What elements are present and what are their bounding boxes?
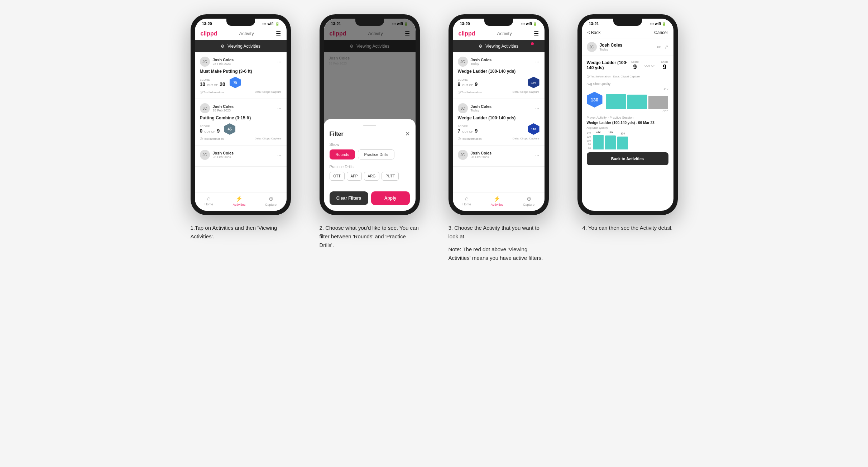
session-bar-3: 124	[617, 137, 628, 149]
session-bar-1: 132	[593, 135, 604, 149]
user-detail-name: Josh Coles	[600, 43, 654, 48]
drill-ott[interactable]: OTT	[330, 172, 345, 181]
nav-activities-3[interactable]: ⚡ Activities	[491, 195, 504, 206]
wifi-icon-1: wifi	[268, 22, 274, 26]
detail-content: Wedge Ladder (100-140 yds) Score 9 OUT O…	[582, 56, 673, 170]
expand-icon[interactable]: ⤢	[664, 44, 668, 50]
show-label: Show	[330, 142, 410, 147]
viewing-activities-bar-1[interactable]: ⚙ Viewing Activities	[195, 40, 287, 52]
practice-drills-label: Practice Drills	[330, 165, 410, 169]
score-1-2: 0	[200, 128, 203, 134]
nav-capture-label-1: Capture	[265, 203, 277, 206]
cancel-button[interactable]: Cancel	[654, 30, 667, 35]
nav-capture-1[interactable]: ⊕ Capture	[265, 195, 277, 206]
time-3: 13:20	[460, 22, 470, 26]
caption-1: 1.Tap on Activities and then 'Viewing Ac…	[191, 224, 291, 241]
activity-card-3-1[interactable]: JC Josh Coles Today ··· Wedge Ladder (10…	[453, 52, 545, 99]
nav-activities-1[interactable]: ⚡ Activities	[233, 195, 246, 206]
avatar-1-2: JC	[200, 103, 210, 113]
app-title-3: Activity	[497, 31, 512, 36]
app-title-1: Activity	[239, 31, 254, 36]
step1-container: 13:20 ▪▪▪ wifi 🔋 clippd Activity ☰ ⚙	[183, 14, 298, 241]
shots-1-1: 20	[220, 81, 225, 87]
caption-text-2: 2. Choose what you'd like to see. You ca…	[320, 224, 420, 249]
footer-right-1-2: Data: Clippd Capture	[255, 137, 282, 141]
menu-icon-3[interactable]: ☰	[534, 30, 539, 37]
step3-container: 13:20 ▪▪▪ wifi 🔋 clippd Activity ☰ ⚙ Vie…	[441, 14, 556, 262]
quality-badge-1-2: 45	[224, 123, 235, 135]
drill-arg[interactable]: ARG	[364, 172, 380, 181]
avatar-3-1: JC	[458, 57, 468, 67]
drill-pills-row: OTT APP ARG PUTT	[330, 172, 410, 181]
modal-handle	[363, 125, 376, 126]
caption-text-3b: Note: The red dot above 'Viewing Activit…	[449, 245, 549, 262]
more-dots-1-2[interactable]: ···	[277, 105, 282, 111]
drill-app[interactable]: APP	[347, 172, 362, 181]
apply-button[interactable]: Apply	[371, 191, 410, 205]
activity-card-3-2[interactable]: JC Josh Coles Today ··· Wedge Ladder (10…	[453, 99, 545, 146]
info-text-4: ⓘ Test Information Data: Clippd Capture	[587, 75, 668, 78]
footer-left-1-2: ⓘ Test Information	[200, 137, 224, 141]
quality-badge-1-1: 75	[230, 77, 241, 88]
active-filter-indicator	[531, 42, 534, 45]
avatar-3-2: JC	[458, 103, 468, 113]
quality-badge-3-1: 130	[528, 77, 539, 88]
shots-1-2: 9	[217, 128, 220, 134]
avg-shot-quality-section: Avg Shot Quality 130 140	[587, 82, 668, 112]
edit-icon[interactable]: ✏	[657, 44, 661, 50]
practice-drills-pill[interactable]: Practice Drills	[358, 149, 394, 159]
phone-screen-3: 13:20 ▪▪▪ wifi 🔋 clippd Activity ☰ ⚙ Vie…	[453, 19, 545, 211]
nav-home-1[interactable]: ⌂ Home	[205, 195, 213, 206]
more-dots-1-1[interactable]: ···	[277, 59, 282, 65]
nav-home-3[interactable]: ⌂ Home	[462, 195, 471, 206]
caption-text-1: 1.Tap on Activities and then 'Viewing Ac…	[191, 224, 291, 241]
session-bar-2: 129	[605, 135, 616, 149]
bar-chart-4	[606, 91, 668, 109]
phone-notch-1	[226, 19, 255, 26]
activity-card-1-1[interactable]: JC Josh Coles 28 Feb 2023 ··· Must Make …	[195, 52, 287, 99]
caption-2: 2. Choose what you'd like to see. You ca…	[320, 224, 420, 249]
bottom-nav-3: ⌂ Home ⚡ Activities ⊕ Capture	[453, 192, 545, 211]
viewing-activities-bar-3[interactable]: ⚙ Viewing Activities	[453, 40, 545, 52]
phone-3: 13:20 ▪▪▪ wifi 🔋 clippd Activity ☰ ⚙ Vie…	[449, 14, 549, 215]
detail-activity-name: Wedge Ladder (100-140 yds)	[587, 60, 632, 70]
avatar-1-3: JC	[200, 150, 210, 160]
user-info-1-2: Josh Coles 28 Feb 2023	[213, 104, 274, 112]
filter-title: Filter	[330, 131, 344, 137]
phone-notch-2	[355, 19, 384, 26]
back-to-activities-button[interactable]: Back to Activities	[587, 152, 668, 165]
close-filter-button[interactable]: ✕	[405, 130, 410, 137]
user-name-1-2: Josh Coles	[213, 104, 274, 109]
phone-screen-2: 13:21 ▪▪▪ wifi 🔋 clippd Activity ☰ ⚙ Vie…	[324, 19, 416, 211]
filter-modal: Filter ✕ Show Rounds Practice Drills Pra…	[324, 119, 416, 211]
caption-3: 3. Choose the Activity that you want to …	[449, 224, 549, 262]
rounds-pill[interactable]: Rounds	[330, 149, 355, 159]
filter-pills-row: Rounds Practice Drills	[330, 149, 410, 159]
activities-icon-1: ⚡	[235, 195, 243, 202]
user-date-1-2: 28 Feb 2023	[213, 109, 274, 112]
avg-shot-quality-chart-label: Avg Shot Quality	[587, 126, 608, 129]
activity-title-1-2: Putting Combine (3-15 ft)	[200, 115, 282, 120]
activity-card-1-2[interactable]: JC Josh Coles 28 Feb 2023 ··· Putting Co…	[195, 99, 287, 146]
bar-4-1	[606, 94, 626, 109]
step4-container: 13:21 ▪▪▪ wifi 🔋 < Back Cancel JC Josh C…	[570, 14, 685, 232]
clear-filters-button[interactable]: Clear Filters	[330, 191, 368, 205]
activity-card-3-3[interactable]: JC Josh Coles 28 Feb 2023 ···	[453, 146, 545, 167]
app-header-1: clippd Activity ☰	[195, 27, 287, 40]
phone-screen-1: 13:20 ▪▪▪ wifi 🔋 clippd Activity ☰ ⚙	[195, 19, 287, 211]
quality-badge-3-2: 118	[528, 123, 539, 135]
drill-putt[interactable]: PUTT	[382, 172, 399, 181]
activity-card-1-3[interactable]: JC Josh Coles 28 Feb 2023 ···	[195, 146, 287, 167]
avatar-1-1: JC	[200, 57, 210, 67]
nav-capture-3[interactable]: ⊕ Capture	[523, 195, 534, 206]
user-info-1-1: Josh Coles 28 Feb 2023	[213, 58, 274, 66]
edit-icons: ✏ ⤢	[657, 44, 668, 50]
menu-icon-1[interactable]: ☰	[276, 30, 281, 37]
back-button[interactable]: < Back	[588, 30, 601, 35]
signal-icon-1: ▪▪▪	[262, 22, 266, 26]
step2-container: 13:21 ▪▪▪ wifi 🔋 clippd Activity ☰ ⚙ Vie…	[312, 14, 427, 249]
viewing-activities-label-1: Viewing Activities	[227, 44, 260, 49]
caption-4: 4. You can then see the Activity detail.	[582, 224, 673, 232]
phone-notch-3	[484, 19, 513, 26]
caption-text-4: 4. You can then see the Activity detail.	[582, 224, 673, 232]
